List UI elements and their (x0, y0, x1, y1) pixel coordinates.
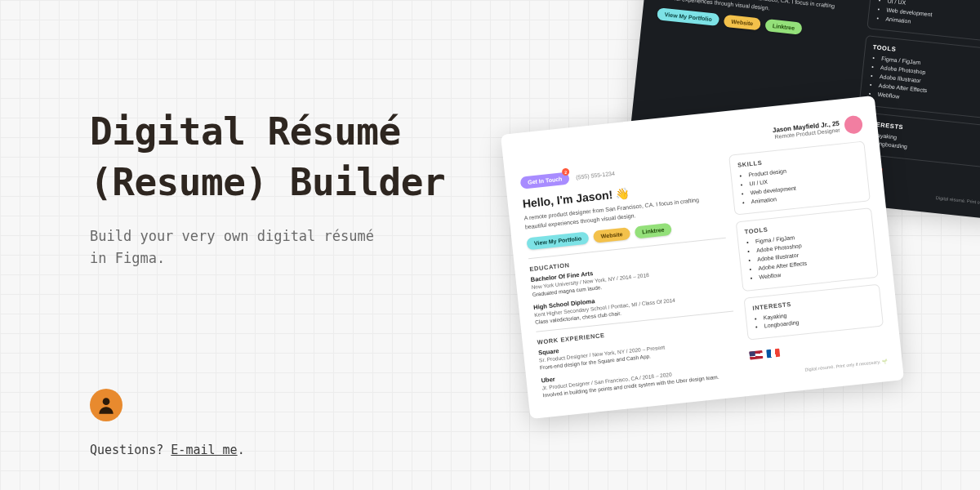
interests-panel: INTERESTS KayakingLongboarding (743, 283, 884, 341)
footnote: Digital résumé. Print only if necessary.… (751, 359, 888, 377)
website-link[interactable]: Website (593, 227, 630, 243)
questions-line: Questions? E-mail me. (90, 443, 245, 457)
skills-panel: SKILLS Product designUI / UXWeb developm… (728, 141, 871, 216)
resume-avatar (844, 115, 863, 135)
flag-fr-icon (766, 349, 780, 359)
person-icon (96, 394, 117, 416)
portfolio-link[interactable]: View My Portfolio (657, 7, 719, 26)
flag-us-icon (749, 350, 763, 360)
email-link[interactable]: E-mail me (171, 443, 237, 457)
tools-panel: TOOLS Figma / FigJamAdobe PhotoshopAdobe… (858, 35, 980, 118)
tools-panel: TOOLS Figma / FigJamAdobe PhotoshopAdobe… (735, 207, 878, 291)
notification-badge: 2 (562, 167, 570, 176)
author-avatar (90, 389, 122, 421)
resume-preview-light: Jason Mayfield Jr., 25 Remote Product De… (501, 96, 904, 419)
linktree-link[interactable]: Linktree (764, 19, 803, 35)
portfolio-link[interactable]: View My Portfolio (526, 231, 589, 250)
hero-title: Digital Résumé (Resume) Builder (90, 106, 514, 207)
hero-title-line1: Digital Résumé (90, 109, 401, 154)
hero-title-line2: (Resume) Builder (90, 160, 445, 204)
phone-number: (555) 555-1234 (576, 171, 615, 180)
hero-subtitle: Build your very own digital résumé in Fi… (90, 225, 384, 269)
svg-point-0 (103, 398, 110, 405)
language-flags (749, 337, 885, 359)
website-link[interactable]: Website (724, 15, 761, 31)
linktree-link[interactable]: Linktree (635, 223, 673, 239)
